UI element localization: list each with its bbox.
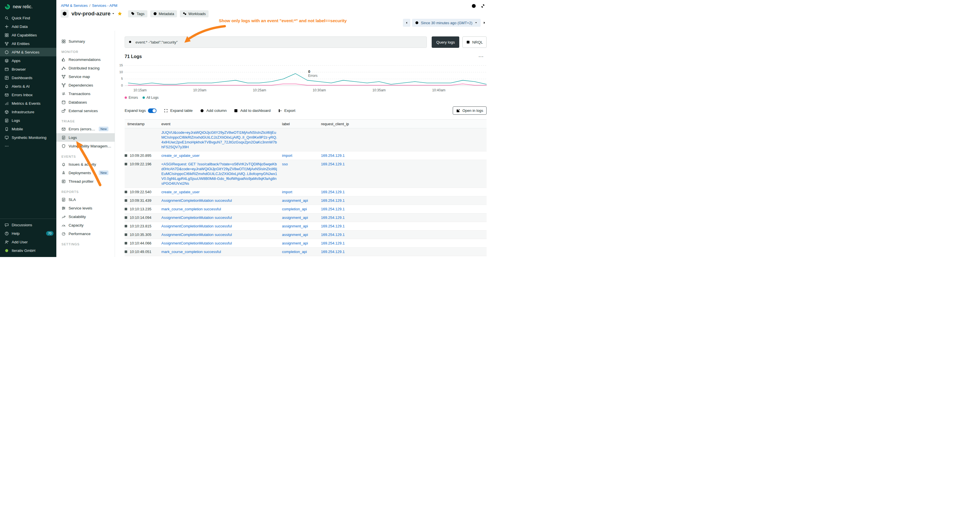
sidebar-item-dependencies[interactable]: Dependencies [56, 81, 115, 89]
sidebar-item-quick-find[interactable]: Quick Find [0, 14, 56, 22]
log-ip-link[interactable]: 169.254.129.1 [321, 153, 345, 158]
log-label-link[interactable]: import [282, 190, 292, 194]
open-in-logs-button[interactable]: Open in logs [453, 107, 487, 115]
log-label-link[interactable]: assignment_api [282, 215, 308, 220]
log-event-link[interactable]: AssignmentCompletionMutation successful [161, 224, 232, 228]
sidebar-item-add-data[interactable]: Add Data [0, 22, 56, 31]
row-checkbox[interactable] [125, 191, 127, 193]
log-ip-link[interactable]: 169.254.129.1 [321, 162, 345, 166]
sidebar-item-recommendations[interactable]: Recommendations [56, 55, 115, 64]
workloads-button[interactable]: Workloads [180, 10, 208, 18]
legend-item-all-logs[interactable]: All Logs [143, 95, 159, 100]
table-row[interactable]: 10:10:13.235mark_course_completion succe… [125, 205, 487, 213]
time-back-button[interactable] [403, 19, 410, 27]
table-row[interactable]: 10:10:23.815AssignmentCompletionMutation… [125, 222, 487, 231]
log-event-link[interactable]: create_or_update_user [161, 190, 199, 194]
sidebar-item-metrics-events[interactable]: Metrics & Events [0, 99, 56, 108]
sidebar-item-discussions[interactable]: Discussions [0, 221, 56, 229]
log-label-link[interactable]: assignment_api [282, 232, 308, 237]
table-row[interactable]: 10:10:44.066AssignmentCompletionMutation… [125, 239, 487, 248]
sidebar-item-summary[interactable]: Summary [56, 37, 115, 46]
log-ip-link[interactable]: 169.254.129.1 [321, 207, 345, 211]
time-range-dropdown[interactable]: Since 30 minutes ago (GMT+2) [412, 19, 480, 27]
table-row[interactable]: JUQVU&code=eyJraWQiOiJjcGltY29yZV8wOTl1M… [125, 128, 487, 151]
log-event-link[interactable]: create_or_update_user [161, 153, 199, 158]
sidebar-item-dashboards[interactable]: Dashboards [0, 73, 56, 82]
legend-item-errors[interactable]: Errors [125, 95, 138, 100]
favorite-star-icon[interactable] [117, 11, 123, 16]
log-ip-link[interactable]: 169.254.129.1 [321, 190, 345, 194]
table-row[interactable]: 10:09:31.439AssignmentCompletionMutation… [125, 196, 487, 205]
row-checkbox[interactable] [125, 242, 127, 245]
sidebar-item-issues-activity[interactable]: Issues & activity [56, 160, 115, 169]
sidebar-item-alerts-ai[interactable]: Alerts & AI [0, 82, 56, 91]
table-row[interactable]: 10:09:22.196<ASGIRequest: GET '/sso/call… [125, 160, 487, 188]
log-label-link[interactable]: import [282, 153, 292, 158]
row-checkbox[interactable] [125, 216, 127, 219]
remove-column-icon[interactable] [154, 122, 158, 126]
help-icon[interactable] [471, 3, 476, 8]
expand-logs-toggle[interactable]: Expand logs [125, 108, 156, 113]
sidebar-item-all-entities[interactable]: All Entities [0, 39, 56, 48]
log-event-link[interactable]: AssignmentCompletionMutation successful [161, 241, 232, 245]
sidebar-item-vulnerability-management[interactable]: Vulnerability Management [56, 142, 115, 150]
new-relic-logo[interactable]: new relic. [0, 0, 56, 14]
query-input[interactable] [135, 40, 417, 45]
tags-button[interactable]: Tags [128, 10, 147, 18]
table-row[interactable]: 10:10:35.305AssignmentCompletionMutation… [125, 231, 487, 239]
log-ip-link[interactable]: 169.254.129.1 [321, 224, 345, 228]
sidebar-item-infrastructure[interactable]: Infrastructure [0, 108, 56, 116]
remove-column-icon[interactable] [275, 122, 278, 126]
sidebar-item-capacity[interactable]: Capacity [56, 221, 115, 229]
add-to-dashboard-button[interactable]: Add to dashboard [234, 108, 270, 113]
log-ip-link[interactable]: 169.254.129.1 [321, 198, 345, 203]
log-event-link[interactable]: AssignmentCompletionMutation successful [161, 232, 232, 237]
sidebar-item-transactions[interactable]: Transactions [56, 89, 115, 98]
table-row[interactable]: 10:11:00.311AssignmentCompletionMutation… [125, 256, 487, 257]
time-forward-button[interactable] [482, 21, 486, 25]
sidebar-item-service-map[interactable]: Service map [56, 72, 115, 81]
more-options-icon[interactable]: ⋯ [478, 55, 484, 58]
sidebar-item-add-user[interactable]: Add User [0, 238, 56, 246]
log-label-link[interactable]: assignment_api [282, 224, 308, 228]
sidebar-item-logs[interactable]: Logs [56, 133, 115, 142]
sidebar-item-browser[interactable]: Browser [0, 65, 56, 73]
sidebar-item-service-levels[interactable]: Service levels [56, 204, 115, 212]
row-checkbox[interactable] [125, 154, 127, 157]
row-checkbox[interactable] [125, 233, 127, 236]
breadcrumb-link-services-apm[interactable]: Services - APM [92, 3, 118, 8]
sidebar-item-sla[interactable]: SLA [56, 195, 115, 204]
log-event-link[interactable]: AssignmentCompletionMutation successful [161, 215, 232, 220]
metadata-button[interactable]: Metadata [150, 10, 177, 18]
nrql-button[interactable]: NRQL [462, 37, 487, 48]
sidebar-item-iterativ-gmbh[interactable]: Iterativ GmbH [0, 246, 56, 255]
sidebar-item-errors-inbox[interactable]: Errors (errors inb...New [56, 125, 115, 133]
query-logs-button[interactable]: Query logs [432, 37, 459, 48]
sidebar-item-mobile[interactable]: Mobile [0, 125, 56, 133]
sidebar-item-scalability[interactable]: Scalability [56, 212, 115, 221]
row-checkbox[interactable] [125, 199, 127, 202]
copy-link-icon[interactable] [480, 3, 485, 8]
export-button[interactable]: Export [278, 108, 295, 113]
sidebar-item-all-capabilities[interactable]: All Capabilities [0, 31, 56, 39]
log-ip-link[interactable]: 169.254.129.1 [321, 241, 345, 245]
sidebar-item-thread-profiler[interactable]: Thread profiler [56, 177, 115, 186]
table-row[interactable]: 10:10:14.094AssignmentCompletionMutation… [125, 213, 487, 222]
sidebar-item-logs[interactable]: Logs [0, 116, 56, 125]
sidebar-item-external-services[interactable]: External services [56, 107, 115, 115]
sidebar-item-help[interactable]: Help70 [0, 229, 56, 238]
sidebar-item-databases[interactable]: Databases [56, 98, 115, 107]
log-ip-link[interactable]: 169.254.129.1 [321, 250, 345, 254]
clear-query-icon[interactable] [419, 40, 423, 44]
log-event-link[interactable]: <ASGIRequest: GET '/sso/callback/?state=… [161, 162, 278, 186]
row-checkbox[interactable] [125, 163, 127, 165]
log-label-link[interactable]: completion_api [282, 250, 307, 254]
breadcrumb-link-apm-services[interactable]: APM & Services [61, 3, 88, 8]
row-checkbox[interactable] [125, 250, 127, 253]
log-event-link[interactable]: mark_course_completion successful [161, 250, 221, 254]
remove-column-icon[interactable] [313, 122, 317, 126]
row-checkbox[interactable] [125, 208, 127, 210]
log-label-link[interactable]: completion_api [282, 207, 307, 211]
sidebar-item-distributed-tracing[interactable]: Distributed tracing [56, 64, 115, 72]
table-row[interactable]: 10:10:49.051mark_course_completion succe… [125, 248, 487, 256]
